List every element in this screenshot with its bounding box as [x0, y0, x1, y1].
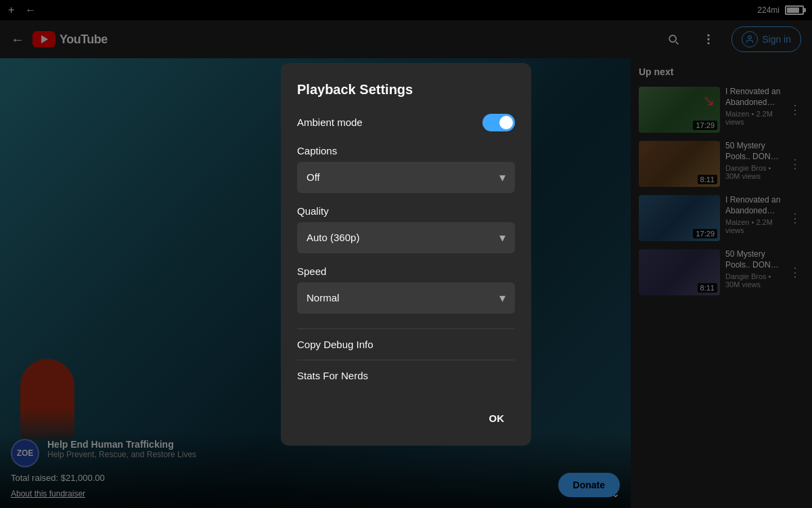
quality-chevron-icon: ▾ [499, 230, 505, 245]
captions-label: Captions [297, 145, 515, 156]
speed-value: Normal [307, 292, 339, 303]
speed-label: Speed [297, 266, 515, 277]
speed-select[interactable]: Normal ▾ [297, 282, 515, 314]
playback-settings-modal: Playback Settings Ambient mode Captions … [281, 63, 531, 446]
modal-overlay: Playback Settings Ambient mode Captions … [0, 0, 812, 508]
quality-group: Quality Auto (360p) ▾ [297, 205, 515, 253]
toggle-knob [499, 116, 513, 129]
captions-group: Captions Off ▾ [297, 145, 515, 193]
quality-select[interactable]: Auto (360p) ▾ [297, 222, 515, 253]
captions-value: Off [307, 171, 320, 183]
speed-group: Speed Normal ▾ [297, 266, 515, 314]
speed-chevron-icon: ▾ [499, 291, 505, 305]
stats-for-nerds-button[interactable]: Stats For Nerds [297, 360, 515, 391]
ambient-mode-toggle[interactable] [482, 114, 515, 131]
captions-chevron-icon: ▾ [499, 170, 505, 185]
modal-footer: OK [297, 402, 515, 429]
copy-debug-button[interactable]: Copy Debug Info [297, 329, 515, 360]
modal-title: Playback Settings [297, 82, 515, 98]
ambient-mode-label: Ambient mode [297, 117, 363, 128]
ok-button[interactable]: OK [478, 407, 516, 429]
quality-label: Quality [297, 205, 515, 217]
quality-value: Auto (360p) [307, 232, 359, 243]
captions-select[interactable]: Off ▾ [297, 162, 515, 193]
ambient-mode-row: Ambient mode [297, 114, 515, 131]
